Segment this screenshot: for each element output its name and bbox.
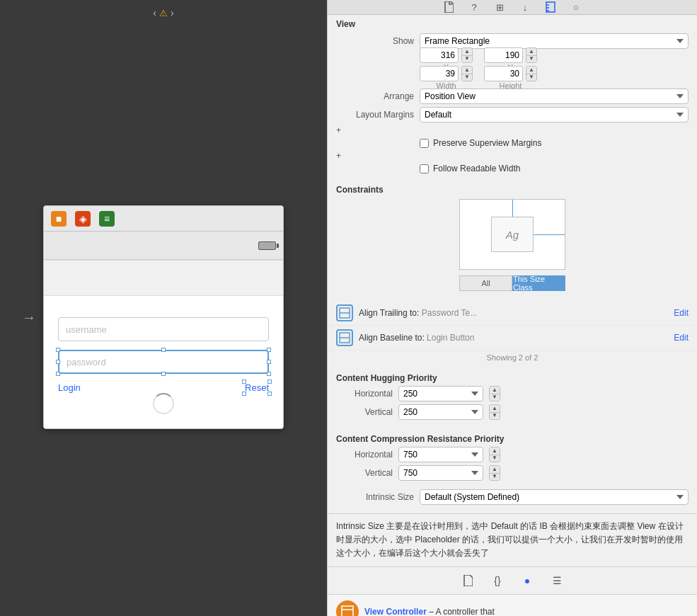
- sel-handle-bl: [242, 392, 246, 396]
- width-group: ▲ ▼ Width: [420, 66, 473, 90]
- username-placeholder: username: [66, 324, 107, 335]
- green-list-icon[interactable]: ≡: [99, 211, 115, 227]
- compression-h-up[interactable]: ▲: [490, 447, 500, 455]
- bottom-braces-icon[interactable]: {}: [490, 573, 505, 588]
- height-stepper-down[interactable]: ▼: [526, 74, 536, 81]
- plus-row-1[interactable]: +: [328, 124, 697, 137]
- compression-horizontal-stepper[interactable]: ▲ ▼: [489, 447, 500, 462]
- back-arrow[interactable]: ‹: [153, 7, 156, 18]
- question-icon[interactable]: ?: [467, 0, 481, 14]
- x-stepper-down[interactable]: ▼: [462, 56, 472, 63]
- handle-br: [267, 372, 271, 376]
- layout-margins-row: Layout Margins Default: [328, 105, 697, 124]
- constraints-title: Constraints: [336, 185, 689, 195]
- circle-icon[interactable]: ○: [569, 0, 583, 14]
- x-input[interactable]: [420, 47, 459, 63]
- compression-v-down[interactable]: ▼: [490, 474, 500, 481]
- username-field[interactable]: username: [58, 317, 269, 341]
- hugging-vertical-stepper[interactable]: ▲ ▼: [489, 404, 500, 420]
- hugging-horizontal-row: Horizontal 250 ▲ ▼: [336, 386, 689, 401]
- sel-handle-tl: [242, 380, 246, 384]
- hugging-section: Content Hugging Priority Horizontal 250 …: [328, 370, 697, 426]
- constraint2-edit[interactable]: Edit: [674, 333, 689, 343]
- top-bar: ‹ ⚠ ›: [14, 7, 313, 18]
- down-arrow-icon[interactable]: ↓: [518, 0, 532, 14]
- arrange-row: Arrange Position View: [328, 87, 697, 105]
- layout-margins-control: Default: [420, 107, 689, 122]
- constraint-line-top: [512, 200, 513, 217]
- height-row: ▲ ▼: [484, 66, 537, 81]
- forward-arrow[interactable]: ›: [171, 7, 174, 18]
- constraint2-label: Align Baseline to:: [359, 333, 427, 343]
- hugging-vertical-select[interactable]: 250: [398, 404, 483, 420]
- wh-row: ▲ ▼ Width ▲ ▼ Height: [328, 69, 697, 87]
- ruler-icon[interactable]: [543, 0, 558, 14]
- red-cube-icon[interactable]: ◈: [75, 211, 91, 227]
- constraints-section: Constraints Ag All This Size Class: [328, 181, 697, 301]
- constraint1-edit[interactable]: Edit: [674, 308, 689, 318]
- tab-all[interactable]: All: [459, 275, 512, 291]
- y-stepper-up[interactable]: ▲: [526, 48, 536, 56]
- height-stepper-up[interactable]: ▲: [526, 67, 536, 74]
- password-field[interactable]: password: [58, 350, 269, 374]
- compression-vertical-select[interactable]: 750: [398, 465, 483, 481]
- hugging-v-up[interactable]: ▲: [490, 405, 500, 413]
- width-stepper-up[interactable]: ▲: [462, 67, 472, 74]
- hugging-horizontal-label: Horizontal: [336, 389, 393, 399]
- width-stepper-down[interactable]: ▼: [462, 74, 472, 81]
- compression-h-down[interactable]: ▼: [490, 455, 500, 462]
- plus-icon-2: +: [336, 151, 341, 161]
- intrinsic-select[interactable]: Default (System Defined): [420, 489, 689, 505]
- y-input[interactable]: [484, 47, 523, 63]
- handle-tl: [56, 348, 60, 352]
- width-input[interactable]: [420, 66, 459, 81]
- constraint-icon-2: [336, 329, 353, 346]
- bottom-list-icon[interactable]: ☰: [549, 573, 565, 588]
- plus-row-2[interactable]: +: [328, 149, 697, 162]
- height-stepper[interactable]: ▲ ▼: [526, 66, 537, 81]
- y-stepper-down[interactable]: ▼: [526, 56, 536, 63]
- preserve-checkbox-row: Preserve Superview Margins: [328, 137, 697, 149]
- header-area: [44, 261, 283, 296]
- bottom-circle-icon[interactable]: ●: [519, 573, 535, 588]
- constraint1-label: Align Trailing to:: [359, 308, 422, 318]
- follow-checkbox[interactable]: [420, 164, 429, 173]
- height-input[interactable]: [484, 66, 523, 81]
- sel-handle-br: [267, 392, 272, 396]
- hugging-horizontal-stepper[interactable]: ▲ ▼: [489, 386, 500, 401]
- show-select[interactable]: Frame Rectangle: [420, 33, 689, 49]
- battery-icon: [258, 241, 276, 250]
- bottom-doc-icon[interactable]: [460, 573, 476, 588]
- hugging-title: Content Hugging Priority: [336, 373, 689, 383]
- hugging-vertical-row: Vertical 250 ▲ ▼: [336, 404, 689, 420]
- hugging-v-down[interactable]: ▼: [490, 413, 500, 420]
- layout-margins-select[interactable]: Default: [420, 107, 689, 122]
- compression-horizontal-label: Horizontal: [336, 450, 393, 460]
- reset-button[interactable]: Reset: [245, 382, 269, 393]
- width-stepper[interactable]: ▲ ▼: [461, 66, 473, 81]
- height-group: ▲ ▼ Height: [484, 66, 537, 90]
- x-stepper[interactable]: ▲ ▼: [461, 47, 473, 63]
- buttons-row: Login Reset: [58, 382, 269, 393]
- orange-cube-icon[interactable]: ■: [51, 211, 67, 227]
- login-button[interactable]: Login: [58, 382, 81, 393]
- doc-icon[interactable]: [442, 0, 456, 14]
- tab-this-size-class[interactable]: This Size Class: [512, 275, 565, 291]
- hugging-h-up[interactable]: ▲: [490, 387, 500, 394]
- left-panel: ‹ ⚠ › → ■ ◈ ≡: [0, 0, 327, 616]
- hugging-horizontal-select[interactable]: 250: [398, 386, 483, 401]
- handle-ml: [56, 360, 60, 364]
- grid-icon[interactable]: ⊞: [492, 0, 507, 14]
- arrange-select[interactable]: Position View: [420, 89, 689, 104]
- compression-v-up[interactable]: ▲: [490, 466, 500, 474]
- preserve-checkbox[interactable]: [420, 139, 429, 148]
- compression-vertical-stepper[interactable]: ▲ ▼: [489, 465, 500, 481]
- vc-name[interactable]: View Controller: [364, 607, 427, 616]
- size-class-tabs: All This Size Class: [459, 275, 565, 291]
- x-stepper-up[interactable]: ▲: [462, 48, 472, 56]
- y-row: ▲ ▼: [484, 47, 537, 63]
- y-stepper[interactable]: ▲ ▼: [526, 47, 537, 63]
- hugging-h-down[interactable]: ▼: [490, 394, 500, 401]
- compression-horizontal-select[interactable]: 750: [398, 447, 483, 462]
- sel-handle-tr: [267, 380, 272, 384]
